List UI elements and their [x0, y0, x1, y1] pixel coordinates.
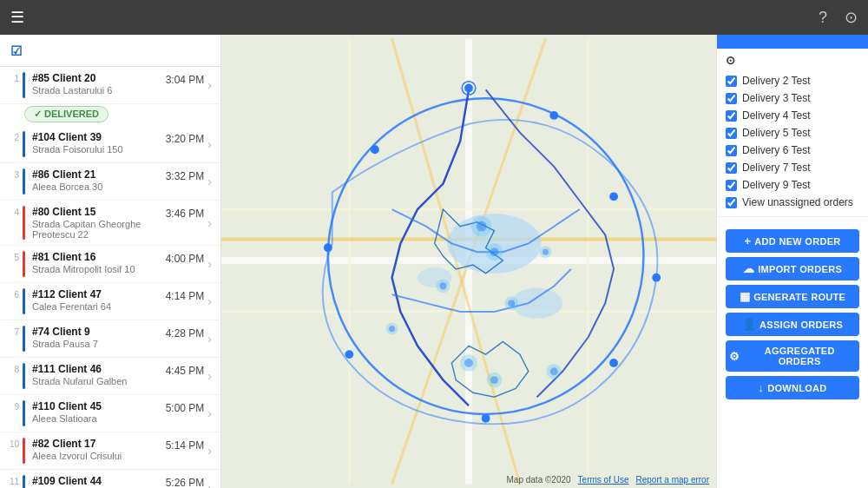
- action-button[interactable]: ⚙AGGREGATED ORDERS: [726, 340, 859, 372]
- filter-item[interactable]: Delivery 5 Test: [726, 124, 859, 142]
- order-info: #110 Client 45 Aleea Slatioara: [32, 400, 161, 424]
- filter-label: Delivery 2 Test: [742, 75, 810, 87]
- order-number: 7: [5, 327, 19, 337]
- order-time: 5:14 PM: [166, 439, 205, 452]
- report-map-error-link[interactable]: Report a map error: [636, 475, 709, 485]
- svg-point-31: [508, 300, 515, 307]
- chevron-right-icon: ›: [207, 481, 212, 488]
- menu-icon[interactable]: ☰: [10, 8, 24, 27]
- map-footer: Map data ©2020 Terms of Use Report a map…: [507, 475, 709, 485]
- action-button[interactable]: ▦GENERATE ROUTE: [726, 285, 859, 308]
- order-number: 9: [5, 402, 19, 412]
- order-address: Strada Nufarul Galben: [32, 376, 161, 386]
- map-data-label: Map data ©2020: [507, 475, 571, 485]
- filter-label: Delivery 4 Test: [742, 109, 810, 122]
- order-item[interactable]: 11 #109 Client 44 Strada Covasna 77 5:26…: [0, 470, 220, 488]
- filter-checkbox[interactable]: [726, 162, 737, 174]
- action-icon: ▦: [740, 290, 750, 303]
- order-item[interactable]: 7 #74 Client 9 Strada Pausa 7 4:28 PM ›: [0, 320, 220, 358]
- order-number: 1: [5, 74, 19, 83]
- filter-checkbox[interactable]: [726, 76, 737, 87]
- order-time: 5:26 PM: [166, 477, 205, 488]
- svg-point-35: [389, 326, 395, 332]
- order-bar: [23, 326, 25, 352]
- order-item[interactable]: 2 #104 Client 39 Strada Foisorului 150 3…: [0, 126, 220, 163]
- action-button[interactable]: ☁IMPORT ORDERS: [726, 257, 859, 280]
- calendar-icon: ☑: [10, 43, 22, 59]
- map-area[interactable]: Map data ©2020 Terms of Use Report a map…: [221, 35, 716, 488]
- order-time: 4:14 PM: [166, 290, 205, 302]
- order-item[interactable]: 5 #81 Client 16 Strada Mitropolit Iosif …: [0, 246, 220, 283]
- order-bar: [23, 400, 25, 426]
- order-info: #111 Client 46 Strada Nufarul Galben: [32, 363, 161, 386]
- sidebar-date: ☑: [10, 43, 210, 59]
- action-button[interactable]: ↓DOWNLOAD: [726, 376, 859, 399]
- filter-item[interactable]: Delivery 4 Test: [726, 107, 859, 124]
- filter-checkbox[interactable]: [726, 180, 737, 191]
- sidebar-header: ☑: [0, 35, 220, 67]
- order-bar: [23, 475, 25, 488]
- chevron-right-icon: ›: [207, 444, 212, 458]
- action-button[interactable]: +ADD NEW ORDER: [726, 229, 859, 253]
- order-address: Aleea Izvorul Crisului: [32, 451, 161, 461]
- help-icon[interactable]: ?: [819, 9, 827, 27]
- filter-item[interactable]: View unassigned orders: [726, 194, 859, 211]
- order-time: 4:45 PM: [166, 365, 205, 377]
- svg-point-11: [511, 287, 562, 318]
- action-button[interactable]: 👤ASSIGN ORDERS: [726, 313, 859, 336]
- filter-item[interactable]: Delivery 2 Test: [726, 72, 859, 89]
- order-time: 3:46 PM: [166, 208, 205, 220]
- filter-checkbox[interactable]: [726, 93, 737, 104]
- order-item[interactable]: 1 #85 Client 20 Strada Lastarului 6 3:04…: [0, 67, 220, 104]
- svg-point-18: [609, 359, 618, 367]
- actions-section: +ADD NEW ORDER☁IMPORT ORDERS▦GENERATE RO…: [717, 217, 868, 411]
- order-item[interactable]: 3 #86 Client 21 Aleea Borcea 30 3:32 PM …: [0, 163, 220, 201]
- order-number: 8: [5, 365, 19, 374]
- actions-list: +ADD NEW ORDER☁IMPORT ORDERS▦GENERATE RO…: [726, 229, 859, 399]
- filter-item[interactable]: Delivery 3 Test: [726, 89, 859, 107]
- order-info: #74 Client 9 Strada Pausa 7: [32, 326, 161, 349]
- main-layout: ☑ 1 #85 Client 20 Strada Lastarului 6 3:…: [0, 35, 868, 488]
- order-address: Strada Capitan Gheorghe Preotescu 22: [32, 219, 161, 240]
- filter-checkbox[interactable]: [726, 110, 737, 122]
- action-icon: ☁: [743, 262, 754, 275]
- order-item[interactable]: 6 #112 Client 47 Calea Ferentari 64 4:14…: [0, 283, 220, 320]
- chevron-right-icon: ›: [207, 294, 212, 308]
- action-icon: ↓: [758, 381, 764, 394]
- filters-list: Delivery 2 Test Delivery 3 Test Delivery…: [726, 72, 859, 211]
- orders-list: 1 #85 Client 20 Strada Lastarului 6 3:04…: [0, 67, 220, 488]
- filter-item[interactable]: Delivery 7 Test: [726, 159, 859, 176]
- filter-item[interactable]: Delivery 6 Test: [726, 142, 859, 159]
- svg-point-27: [490, 247, 499, 256]
- filter-item[interactable]: Delivery 9 Test: [726, 176, 859, 194]
- filter-checkbox[interactable]: [726, 128, 737, 139]
- order-address: Strada Mitropolit Iosif 10: [32, 264, 161, 274]
- order-bar: [23, 363, 25, 389]
- order-time: 3:32 PM: [166, 170, 205, 182]
- svg-point-22: [371, 145, 379, 154]
- order-name: #110 Client 45: [32, 400, 161, 412]
- order-bar: [23, 206, 25, 240]
- filter-checkbox[interactable]: [726, 197, 737, 208]
- order-item[interactable]: 10 #82 Client 17 Aleea Izvorul Crisului …: [0, 432, 220, 470]
- order-number: 2: [5, 133, 19, 142]
- order-number: 3: [5, 170, 19, 180]
- sidebar: ☑ 1 #85 Client 20 Strada Lastarului 6 3:…: [0, 35, 221, 488]
- action-label: ASSIGN ORDERS: [760, 320, 843, 330]
- account-icon[interactable]: ⊙: [845, 8, 858, 27]
- order-item[interactable]: 9 #110 Client 45 Aleea Slatioara 5:00 PM…: [0, 395, 220, 432]
- filter-checkbox[interactable]: [726, 145, 737, 156]
- order-name: #111 Client 46: [32, 363, 161, 375]
- order-name: #81 Client 16: [32, 251, 161, 263]
- chevron-right-icon: ›: [207, 406, 212, 420]
- order-item[interactable]: 8 #111 Client 46 Strada Nufarul Galben 4…: [0, 358, 220, 395]
- order-item[interactable]: 4 #80 Client 15 Strada Capitan Gheorghe …: [0, 201, 220, 246]
- filter-label: View unassigned orders: [742, 196, 853, 208]
- svg-point-23: [549, 111, 558, 120]
- order-address: Strada Lastarului 6: [32, 85, 161, 96]
- chevron-right-icon: ›: [207, 137, 212, 151]
- order-time: 3:20 PM: [166, 133, 205, 145]
- order-number: 11: [5, 477, 19, 486]
- terms-of-use-link[interactable]: Terms of Use: [578, 475, 629, 485]
- order-name: #85 Client 20: [32, 72, 161, 84]
